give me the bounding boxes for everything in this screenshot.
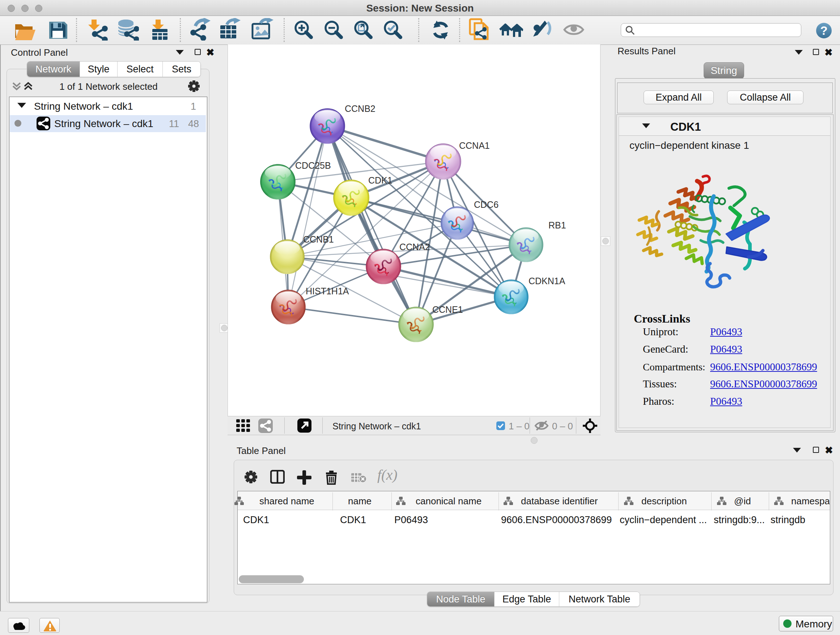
svg-text:RB1: RB1 [548,220,566,230]
svg-text:CCNA1: CCNA1 [459,141,490,150]
svg-text:CCNA2: CCNA2 [399,242,430,252]
svg-text:HIST1H1A: HIST1H1A [306,286,349,296]
svg-text:CDK1: CDK1 [368,175,393,185]
svg-text:CCNB2: CCNB2 [345,103,376,114]
svg-text:CDC6: CDC6 [474,200,499,210]
svg-text:CCNB1: CCNB1 [303,234,334,244]
svg-text:CDC25B: CDC25B [295,160,331,171]
svg-text:CCNE1: CCNE1 [432,304,463,315]
svg-text:CDKN1A: CDKN1A [529,276,565,286]
